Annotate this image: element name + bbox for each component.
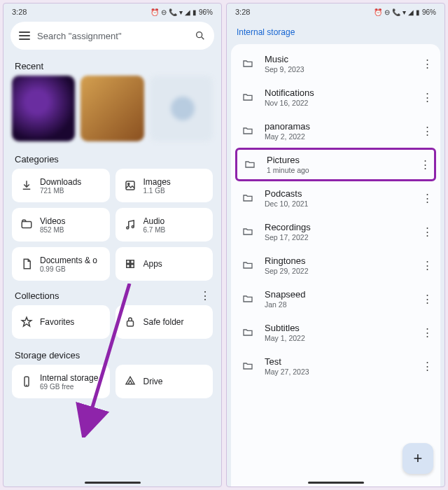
folder-icon (241, 260, 255, 271)
nav-pill[interactable] (308, 482, 364, 484)
phone-right: 3:28 ⏰ ⊖ 📞 ▾ ◢ ▮ 96% Internal storage Mu… (226, 3, 445, 487)
svg-point-3 (127, 183, 129, 185)
svg-point-5 (126, 227, 128, 229)
folder-icon (243, 159, 257, 170)
recent-thumb[interactable] (12, 76, 75, 141)
search-icon[interactable] (195, 30, 206, 41)
folder-row[interactable]: Notifications Nov 16, 2022 ⋮ (231, 80, 440, 114)
category-icon (124, 179, 136, 192)
more-icon[interactable]: ⋮ (422, 192, 430, 204)
folder-row[interactable]: Snapseed Jan 28 ⋮ (231, 282, 440, 316)
category-name: Documents & o (40, 255, 97, 265)
folder-row[interactable]: Test May 27, 2023 ⋮ (231, 349, 440, 383)
collections-grid: Favorites Safe folder (4, 305, 221, 344)
folder-date: Dec 10, 2021 (265, 200, 412, 208)
more-icon[interactable]: ⋮ (422, 293, 430, 305)
wifi-icon: ▾ (402, 8, 406, 16)
folder-row[interactable]: panoramas May 2, 2022 ⋮ (231, 114, 440, 148)
more-icon[interactable]: ⋮ (422, 225, 430, 238)
folder-date: May 2, 2022 (265, 132, 412, 141)
status-icons: ⏰ ⊖ 📞 ▾ ◢ ▮ 96% (150, 8, 213, 16)
folder-name: Subtitles (265, 323, 412, 333)
category-name: Downloads (40, 177, 81, 187)
storage-title: Storage devices (4, 344, 221, 365)
folder-name: Podcasts (265, 188, 412, 199)
collection-card[interactable]: Favorites (12, 305, 110, 339)
fab-add[interactable]: + (402, 443, 433, 474)
wifi-icon: ▾ (179, 8, 183, 16)
categories-grid: Downloads 721 MB Images 1.1 GB Videos 85… (4, 169, 221, 286)
svg-point-0 (197, 32, 202, 38)
phone-left: 3:28 ⏰ ⊖ 📞 ▾ ◢ ▮ 96% Search "assignment"… (3, 3, 222, 487)
collection-icon (124, 316, 136, 328)
category-sub: 0.99 GB (40, 265, 97, 273)
category-icon (20, 179, 33, 192)
folder-icon (241, 360, 255, 372)
more-icon[interactable]: ⋮ (422, 326, 430, 339)
folder-icon (241, 125, 255, 136)
storage-name: Internal storage (40, 373, 98, 383)
category-card[interactable]: Audio 6.7 MB (115, 208, 214, 241)
category-card[interactable]: Documents & o 0.99 GB (12, 247, 110, 281)
more-icon[interactable]: ⋮ (420, 158, 428, 171)
folder-row[interactable]: Pictures 1 minute ago ⋮ (235, 148, 436, 181)
status-time: 3:28 (235, 8, 250, 16)
category-sub: 852 MB (40, 226, 65, 234)
more-icon[interactable]: ⋮ (422, 125, 430, 137)
nav-pill[interactable] (85, 482, 141, 484)
folder-icon (241, 192, 255, 204)
category-sub: 721 MB (40, 187, 81, 195)
collection-card[interactable]: Safe folder (115, 305, 214, 339)
category-icon (124, 258, 136, 270)
folder-row[interactable]: Ringtones Sep 29, 2022 ⋮ (231, 248, 440, 282)
folder-icon (241, 293, 255, 304)
category-icon (20, 258, 33, 270)
folder-date: Jan 28 (265, 300, 412, 309)
folder-row[interactable]: Music Sep 9, 2023 ⋮ (231, 47, 440, 80)
recent-thumb[interactable] (80, 76, 144, 141)
more-icon[interactable]: ⋮ (422, 91, 430, 104)
battery-pct: 96% (422, 8, 436, 16)
alarm-icon: ⏰ (150, 8, 159, 16)
collection-icon (20, 316, 33, 328)
breadcrumb[interactable]: Internal storage (227, 19, 444, 44)
recent-row (4, 76, 221, 148)
folder-icon (241, 226, 255, 237)
folder-row[interactable]: Recordings Sep 17, 2022 ⋮ (231, 215, 440, 248)
folder-name: Notifications (265, 88, 412, 98)
folder-name: Recordings (265, 222, 412, 232)
search-bar[interactable]: Search "assignment" (10, 22, 214, 50)
folder-date: May 1, 2022 (265, 334, 412, 342)
alarm-icon: ⏰ (374, 8, 382, 16)
folder-icon (241, 92, 255, 103)
more-icon[interactable]: ⋮ (422, 360, 430, 372)
folder-date: Sep 9, 2023 (265, 65, 412, 74)
storage-name: Drive (144, 377, 163, 386)
storage-card[interactable]: Internal storage 69 GB free (12, 365, 110, 398)
category-card[interactable]: Downloads 721 MB (12, 169, 110, 202)
category-card[interactable]: Images 1.1 GB (115, 169, 214, 202)
svg-point-6 (132, 226, 134, 228)
category-name: Apps (144, 259, 162, 269)
folder-row[interactable]: Podcasts Dec 10, 2021 ⋮ (231, 181, 440, 215)
more-icon[interactable]: ⋮ (200, 289, 210, 302)
folder-name: Snapseed (265, 289, 412, 300)
category-sub: 1.1 GB (144, 187, 171, 195)
storage-icon (20, 375, 33, 388)
category-card[interactable]: Apps (115, 247, 214, 281)
collections-title: Collections (15, 290, 59, 301)
storage-card[interactable]: Drive (115, 365, 214, 398)
more-icon[interactable]: ⋮ (422, 57, 430, 70)
folder-row[interactable]: Subtitles May 1, 2022 ⋮ (231, 316, 440, 349)
menu-icon[interactable] (19, 31, 30, 40)
folder-date: May 27, 2023 (265, 368, 412, 376)
recent-thumb[interactable] (150, 76, 213, 141)
battery-icon: ▮ (416, 8, 420, 16)
call-icon: 📞 (392, 8, 400, 16)
category-card[interactable]: Videos 852 MB (12, 208, 110, 241)
more-icon[interactable]: ⋮ (422, 259, 430, 272)
svg-rect-9 (126, 265, 130, 268)
status-bar: 3:28 ⏰ ⊖ 📞 ▾ ◢ ▮ 96% (227, 4, 444, 19)
folder-date: 1 minute ago (267, 166, 410, 174)
svg-rect-11 (127, 321, 133, 327)
